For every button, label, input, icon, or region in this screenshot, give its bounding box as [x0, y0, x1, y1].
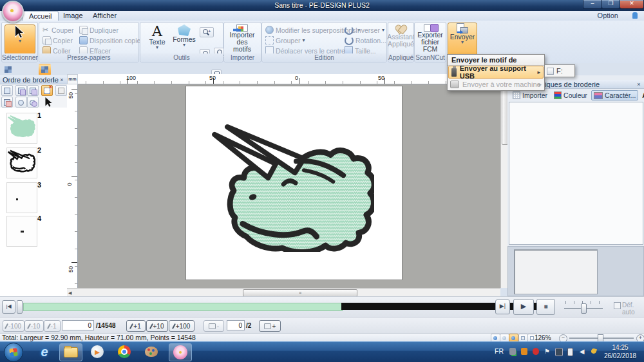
volume-tray-icon[interactable]: ◀ — [578, 348, 585, 356]
horizontal-scrollbar[interactable]: ◀ ≡ — [67, 288, 500, 297]
disposition-copies-button[interactable]: Disposition copies▾ — [79, 35, 149, 45]
prop-attribut-button[interactable]: ABAttribut... — [639, 90, 644, 100]
move-down-button[interactable] — [27, 85, 39, 96]
stitch-plus-1-button[interactable]: +1 — [126, 320, 146, 332]
stitch-plus-10-button[interactable]: +10 — [146, 320, 168, 332]
properties-list-area[interactable] — [509, 102, 643, 245]
application-menu-button[interactable] — [2, 1, 24, 23]
tab-accueil[interactable]: Accueil — [22, 11, 59, 21]
taskbar-clock[interactable]: 14:25 26/02/2018 — [599, 343, 641, 360]
stitch-minus-10-button[interactable]: -10 — [24, 320, 44, 332]
design-page[interactable] — [185, 86, 402, 280]
drive-f-item[interactable]: F: — [556, 67, 563, 75]
stitch-minus-1-button[interactable]: -1 — [44, 320, 61, 332]
order-panel-toggle-button[interactable] — [39, 64, 51, 75]
pin-icon[interactable] — [50, 77, 57, 83]
inverser-button[interactable]: Inverser▾ — [345, 25, 384, 35]
user-icon[interactable] — [632, 12, 638, 19]
usb-tray-icon[interactable] — [509, 348, 516, 356]
taskbar-pedesign-button[interactable] — [169, 343, 192, 361]
move-up-button[interactable] — [15, 85, 27, 96]
flag-tray-icon[interactable]: ⚑ — [544, 348, 551, 356]
properties-toolbar: Importer Couleur Caractér... ABAttribut.… — [507, 89, 644, 102]
tab-image[interactable]: Image — [57, 11, 90, 21]
prop-caracteristiques-button[interactable]: Caractér... — [591, 90, 638, 100]
color-sort-button[interactable] — [15, 97, 27, 108]
stitch-minus-100-button[interactable]: -100 — [3, 320, 24, 332]
dupliquer-button[interactable]: Dupliquer — [79, 25, 118, 35]
menu-item-envoyer-usb[interactable]: Envoyer au support USB ▸ — [448, 66, 544, 79]
taskbar-explorer-button[interactable] — [59, 343, 82, 361]
start-button[interactable] — [4, 343, 23, 362]
array-copies-icon — [79, 36, 88, 44]
current-color-input[interactable]: 0 — [227, 320, 245, 330]
design-workspace[interactable] — [78, 84, 500, 288]
rotation-button[interactable]: Rotation... — [345, 35, 386, 45]
alert-tray-icon[interactable] — [520, 348, 527, 356]
language-indicator[interactable]: FR — [495, 347, 504, 355]
progress-track-stitched[interactable] — [23, 303, 343, 311]
color-plus-button[interactable]: + — [259, 320, 281, 332]
applique-heart-icon — [396, 24, 406, 33]
importer-motifs-button[interactable]: Importer des motifs — [228, 24, 256, 53]
prop-importer-button[interactable]: Importer — [510, 90, 550, 100]
taskbar-wmp-button[interactable]: ▶ — [86, 343, 108, 360]
merge-button[interactable] — [27, 97, 39, 108]
current-stitch-input[interactable]: 0 — [62, 320, 94, 330]
order-item-4[interactable] — [6, 216, 37, 247]
def-auto-checkbox[interactable] — [614, 302, 621, 309]
couper-button[interactable]: ✂Couper — [43, 25, 73, 35]
select-all-button[interactable] — [1, 85, 13, 96]
order-item-3[interactable] — [6, 182, 37, 213]
color-minus-button[interactable]: - — [204, 320, 224, 332]
group-scanncut: Exporter fichier FCM ScanNCut — [414, 22, 446, 62]
formes-button[interactable]: Formes ▾ — [170, 24, 198, 53]
prop-couleur-button[interactable]: Couleur — [551, 90, 590, 100]
tab-afficher[interactable]: Afficher — [86, 11, 123, 21]
scroll-left-icon[interactable]: ◀ — [68, 291, 71, 296]
frame-button[interactable] — [55, 85, 67, 96]
windows-flag-icon — [9, 348, 18, 357]
unit-mm-icon: mm — [67, 74, 78, 84]
menu-item-envoyer-machine[interactable]: Envoyer à votre machine ▸ — [448, 79, 544, 90]
progress-slider-thumb[interactable] — [17, 300, 23, 314]
speed-knob[interactable] — [581, 303, 587, 314]
order-item-2[interactable] — [6, 148, 37, 178]
display-tray-icon[interactable] — [555, 348, 562, 356]
design-page-toggle-button[interactable] — [2, 64, 14, 75]
zoom-in-button[interactable]: + — [200, 27, 214, 37]
group-label-presse-papiers: Presse-papiers — [39, 53, 138, 62]
taskbar-chrome-button[interactable] — [113, 343, 135, 360]
group-applique: Assistant Appliqué Appliqué — [388, 22, 414, 62]
selectionner-button[interactable]: ▾ — [5, 24, 35, 54]
minimize-button[interactable]: – — [583, 0, 602, 9]
taskbar-ie-button[interactable]: e — [33, 343, 55, 360]
triceratops-embroidery-design[interactable] — [208, 123, 374, 252]
panel-close-icon[interactable]: × — [636, 81, 642, 88]
def-auto-label: Déf. auto — [622, 301, 644, 316]
antivirus-tray-icon[interactable] — [532, 348, 539, 356]
fcm-file-icon — [424, 24, 437, 32]
stop-button[interactable]: ■ — [536, 299, 555, 315]
exporter-fcm-button[interactable]: Exporter fichier FCM — [416, 24, 444, 53]
updates-tray-icon[interactable] — [590, 348, 597, 356]
option-menu[interactable]: Option — [591, 11, 625, 21]
grouper-button[interactable]: Grouper▾ — [265, 35, 305, 45]
maximize-button[interactable]: ❐ — [601, 0, 620, 9]
close-button[interactable]: ✕ — [620, 0, 644, 9]
lock-button[interactable] — [1, 97, 13, 108]
assistant-applique-button[interactable]: Assistant Appliqué — [388, 24, 413, 53]
copier-button[interactable]: Copier — [43, 35, 73, 45]
texte-button[interactable]: A Texte ▾ — [143, 24, 171, 53]
battery-tray-icon[interactable] — [567, 348, 574, 356]
delete-frame-button[interactable] — [41, 85, 53, 96]
go-to-end-button[interactable]: ▶| — [495, 300, 510, 314]
speed-slider[interactable] — [564, 301, 603, 312]
stitch-plus-100-button[interactable]: +100 — [169, 320, 194, 332]
go-to-start-button[interactable]: |◀ — [2, 300, 15, 314]
order-item-1[interactable] — [6, 113, 37, 144]
taskbar-paint-button[interactable] — [140, 343, 162, 360]
play-button[interactable]: ▶ — [513, 299, 534, 315]
window-title: Sans titre - PE-DESIGN PLUS2 — [0, 1, 644, 9]
panel-close-icon[interactable]: × — [59, 77, 65, 83]
